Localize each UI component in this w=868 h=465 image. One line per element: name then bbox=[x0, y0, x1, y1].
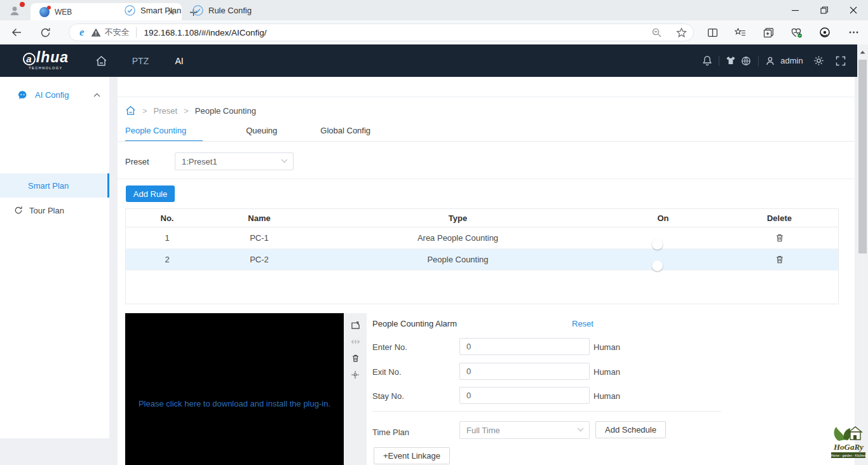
zoom-out-icon[interactable] bbox=[651, 27, 662, 38]
table-row[interactable]: 2 PC-2 People Counting bbox=[126, 249, 838, 271]
ie-icon: e bbox=[79, 26, 85, 39]
time-plan-label: Time Plan bbox=[372, 428, 409, 437]
time-plan-value: Full Time bbox=[466, 426, 500, 435]
window-close-button[interactable] bbox=[839, 0, 868, 20]
chevron-up-icon[interactable] bbox=[93, 93, 100, 97]
reset-link[interactable]: Reset bbox=[572, 319, 593, 328]
chevron-down-icon bbox=[577, 428, 584, 432]
window-restore-button[interactable] bbox=[810, 0, 839, 20]
breadcrumb: > Preset > People Counting bbox=[125, 102, 256, 119]
not-secure-warning-icon bbox=[91, 28, 101, 37]
section-divider bbox=[118, 179, 855, 179]
video-preview: Please click here to download and instal… bbox=[125, 313, 344, 465]
cell-type: Area People Counting bbox=[310, 233, 606, 243]
tab-people-counting[interactable]: People Counting bbox=[125, 124, 203, 142]
tour-plan-icon bbox=[14, 206, 23, 215]
tab-queuing[interactable]: Queuing bbox=[246, 124, 277, 142]
stay-no-input[interactable] bbox=[459, 387, 590, 404]
breadcrumb-separator: > bbox=[142, 106, 147, 116]
enter-no-unit: Human bbox=[593, 342, 620, 352]
fullscreen-icon[interactable] bbox=[834, 44, 848, 77]
not-secure-label[interactable]: 不安全 bbox=[105, 27, 130, 38]
table-header-row: No. Name Type On Delete bbox=[126, 209, 838, 227]
breadcrumb-item-people-counting: People Counting bbox=[195, 106, 256, 116]
event-linkage-button[interactable]: +Event Linkage bbox=[374, 447, 450, 464]
preset-select[interactable]: 1:Preset1 bbox=[175, 152, 294, 170]
stay-no-unit: Human bbox=[593, 391, 620, 401]
draw-region-icon[interactable] bbox=[344, 317, 367, 334]
delete-rule-icon[interactable] bbox=[721, 255, 838, 264]
scrollbar-thumb[interactable] bbox=[858, 60, 867, 253]
breadcrumb-item-preset[interactable]: Preset bbox=[154, 106, 178, 116]
sidebar-item-tour-plan[interactable]: Tour Plan bbox=[0, 198, 109, 222]
cell-name: PC-1 bbox=[208, 233, 310, 243]
profile-avatar[interactable] bbox=[5, 3, 24, 19]
hogary-watermark: HoGaRy Home - garden - Kitchen bbox=[830, 423, 867, 462]
tab-global-config[interactable]: Global Config bbox=[320, 124, 370, 142]
browser-essentials-icon[interactable] bbox=[790, 26, 803, 39]
relocate-target-icon[interactable] bbox=[344, 367, 367, 383]
horizontal-adjust-icon[interactable] bbox=[344, 334, 367, 350]
exit-no-input[interactable] bbox=[459, 363, 590, 380]
split-screen-icon[interactable] bbox=[706, 26, 719, 39]
col-delete: Delete bbox=[721, 213, 838, 223]
cell-type: People Counting bbox=[310, 255, 606, 264]
step-smart-plan[interactable]: Smart Plan bbox=[125, 0, 181, 20]
table-row[interactable]: 1 PC-1 Area People Counting bbox=[126, 227, 838, 249]
favorites-list-icon[interactable] bbox=[734, 26, 747, 39]
profile-person-icon bbox=[8, 4, 21, 17]
watermark-name: HoGaRy bbox=[833, 442, 864, 452]
col-on: On bbox=[606, 213, 721, 223]
username-label[interactable]: admin bbox=[778, 44, 806, 77]
tab-favicon bbox=[39, 7, 50, 17]
check-circle-icon bbox=[193, 5, 203, 16]
delete-rule-icon[interactable] bbox=[721, 233, 838, 243]
stay-no-label: Stay No. bbox=[372, 391, 404, 401]
breadcrumb-home-icon[interactable] bbox=[125, 105, 136, 116]
window-minimize-button[interactable] bbox=[780, 0, 810, 20]
watermark-tagline: Home - garden - Kitchen bbox=[831, 454, 866, 457]
nav-tab-ai[interactable]: AI bbox=[166, 44, 192, 77]
nav-tab-ptz[interactable]: PTZ bbox=[127, 44, 154, 77]
step-rule-config[interactable]: Rule Config bbox=[193, 0, 252, 20]
preset-row: Preset 1:Preset1 bbox=[125, 152, 294, 170]
nav-home-icon[interactable] bbox=[93, 44, 109, 77]
refresh-button[interactable] bbox=[39, 26, 51, 39]
favicon-alert-dot bbox=[47, 6, 51, 10]
address-bar[interactable]: e 不安全 192.168.1.108/#/index/AIConfig/ bbox=[69, 24, 694, 41]
browser-menu-icon[interactable] bbox=[847, 26, 860, 39]
logo-subtitle: TECHNOLOGY bbox=[14, 66, 78, 70]
preset-label: Preset bbox=[125, 157, 175, 166]
tabs: People Counting Queuing Global Config bbox=[125, 124, 414, 142]
chevron-down-icon bbox=[281, 159, 288, 163]
step-label: Rule Config bbox=[208, 6, 252, 15]
exit-no-unit: Human bbox=[593, 367, 620, 377]
back-button[interactable] bbox=[10, 26, 23, 39]
favorite-star-icon[interactable] bbox=[676, 27, 687, 38]
sidebar-item-label: Smart Plan bbox=[28, 181, 69, 191]
sidebar-item-smart-plan[interactable]: Smart Plan bbox=[0, 173, 109, 198]
url-text[interactable]: 192.168.1.108/#/index/AIConfig/ bbox=[144, 28, 651, 37]
add-schedule-button[interactable]: Add Schedule bbox=[595, 421, 666, 438]
add-rule-button[interactable]: Add Rule bbox=[126, 185, 175, 202]
edge-action-icon[interactable] bbox=[818, 26, 831, 39]
scrollbar-up-icon[interactable] bbox=[857, 47, 868, 57]
language-globe-icon[interactable] bbox=[739, 44, 753, 77]
plugin-download-link[interactable]: Please click here to download and instal… bbox=[125, 399, 344, 408]
settings-gear-icon[interactable] bbox=[811, 44, 825, 77]
collections-icon[interactable] bbox=[762, 26, 775, 39]
cell-name: PC-2 bbox=[208, 255, 310, 264]
theme-skin-icon[interactable] bbox=[724, 44, 738, 77]
enter-no-input[interactable] bbox=[459, 338, 590, 355]
header-divider bbox=[719, 56, 719, 66]
sidebar-group-ai-config[interactable]: AI Config bbox=[0, 84, 109, 105]
exit-no-label: Exit No. bbox=[372, 367, 402, 377]
page-scrollbar[interactable] bbox=[857, 44, 868, 465]
clear-draw-trash-icon[interactable] bbox=[344, 350, 367, 367]
address-divider bbox=[136, 27, 137, 37]
time-plan-select[interactable]: Full Time bbox=[459, 421, 590, 439]
sidebar: AI Config Smart Plan Tour Plan bbox=[0, 77, 109, 438]
notification-bell-icon[interactable] bbox=[700, 44, 714, 77]
col-name: Name bbox=[208, 213, 310, 223]
sidebar-group-label: AI Config bbox=[35, 90, 93, 100]
